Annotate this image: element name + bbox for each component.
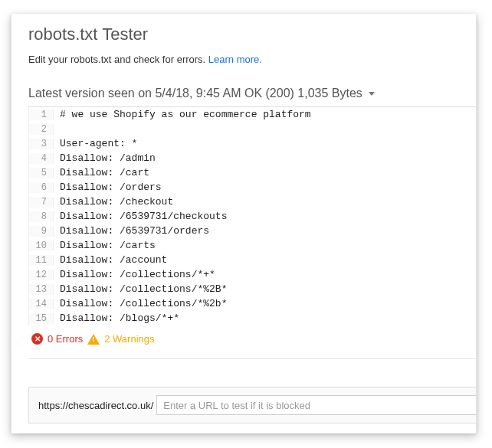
line-number: 11 [29,255,54,266]
editor-line[interactable]: 11Disallow: /account [29,253,476,267]
line-number: 14 [29,299,54,309]
robots-editor[interactable]: 1# we use Shopify as our ecommerce platf… [28,107,476,325]
editor-line[interactable]: 13Disallow: /collections/*%2B* [29,282,476,296]
line-number: 5 [29,168,54,178]
url-prefix: https://chescadirect.co.uk/ [38,400,153,411]
url-test-row: https://chescadirect.co.uk/ [28,387,476,423]
line-code: # we use Shopify as our ecommerce platfo… [54,109,311,120]
line-code: User-agent: * [54,138,137,149]
line-number: 1 [29,110,54,120]
page-title: robots.txt Tester [28,25,476,44]
line-number: 7 [29,197,54,208]
line-code: Disallow: /checkout [54,196,173,208]
line-code: Disallow: /account [54,254,167,266]
errors-count: 0 Errors [48,333,83,345]
line-number: 3 [29,139,54,149]
line-number: 9 [29,226,54,237]
editor-line[interactable]: 8Disallow: /6539731/checkouts [29,209,476,224]
editor-line[interactable]: 9Disallow: /6539731/orders [29,224,476,238]
line-code: Disallow: /collections/*%2b* [54,298,227,309]
line-number: 13 [29,284,54,295]
line-code: Disallow: /collections/*+* [54,269,215,280]
line-number: 4 [29,153,54,164]
line-code: Disallow: /carts [54,240,156,251]
learn-more-link[interactable]: Learn more. [208,54,262,65]
line-code: Disallow: /6539731/orders [54,225,209,237]
editor-line[interactable]: 4Disallow: /admin [29,151,476,165]
line-number: 8 [29,211,54,222]
line-number: 12 [29,270,54,280]
version-dropdown[interactable]: Latest version seen on 5/4/18, 9:45 AM O… [28,82,476,107]
warning-icon [87,334,100,345]
line-code: Disallow: /blogs/*+* [54,312,179,324]
version-text: Latest version seen on 5/4/18, 9:45 AM O… [28,87,362,100]
line-code: Disallow: /6539731/checkouts [54,211,227,222]
editor-line[interactable]: 6Disallow: /orders [29,180,476,195]
editor-line[interactable]: 12Disallow: /collections/*+* [29,267,476,282]
error-icon: ✕ [31,333,43,345]
editor-line[interactable]: 3User-agent: * [29,136,476,151]
subtitle: Edit your robots.txt and check for error… [28,54,476,65]
line-code: Disallow: /cart [54,167,149,178]
editor-line[interactable]: 1# we use Shopify as our ecommerce platf… [29,107,476,122]
warnings-count: 2 Warnings [104,333,154,345]
editor-line[interactable]: 2 [29,122,476,136]
line-code: Disallow: /collections/*%2B* [54,283,227,295]
line-code: Disallow: /admin [54,152,156,164]
editor-line[interactable]: 7Disallow: /checkout [29,195,476,209]
editor-line[interactable]: 15Disallow: /blogs/*+* [29,311,476,325]
line-number: 6 [29,182,54,193]
tester-card: robots.txt Tester Edit your robots.txt a… [11,14,477,433]
editor-line[interactable]: 10Disallow: /carts [29,238,476,253]
line-number: 15 [29,313,54,324]
subtitle-text: Edit your robots.txt and check for error… [28,54,208,65]
editor-line[interactable]: 5Disallow: /cart [29,165,476,180]
editor-line[interactable]: 14Disallow: /collections/*%2b* [29,296,476,311]
caret-down-icon [369,92,375,96]
line-number: 10 [29,240,54,251]
line-number: 2 [29,124,54,135]
status-row: ✕ 0 Errors 2 Warnings [28,325,476,359]
line-code: Disallow: /orders [54,181,162,193]
url-input[interactable] [156,395,476,415]
